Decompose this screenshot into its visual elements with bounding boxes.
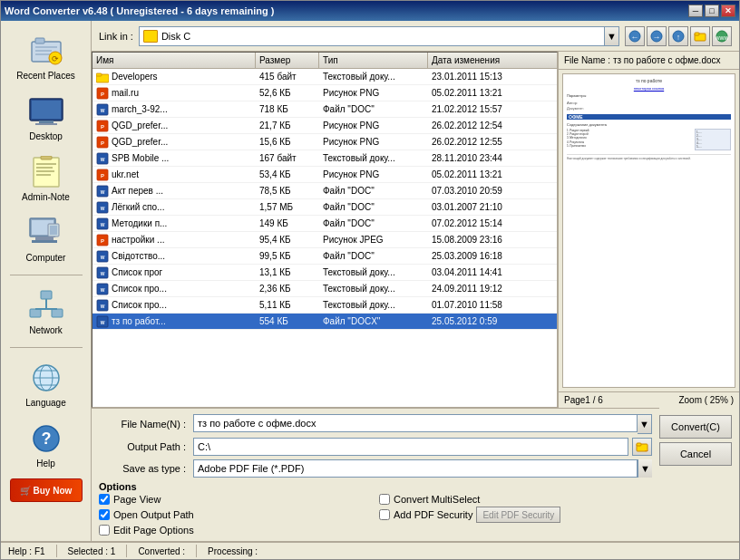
table-row[interactable]: P QGD_prefer... 15,6 КБ Рисунок PNG 26.0… [92, 134, 557, 150]
file-cell-type: Файл "DOC" [319, 216, 428, 231]
sidebar-label-computer: Computer [26, 253, 66, 263]
preview-panel: File Name : тз по работе с офме.docx тз … [558, 52, 739, 408]
file-cell-size: 718 КБ [256, 101, 319, 117]
convert-multiselect-checkbox[interactable] [379, 494, 390, 505]
open-output-path-checkbox[interactable] [99, 509, 110, 520]
sidebar-item-desktop[interactable]: Desktop [10, 89, 83, 146]
col-header-size[interactable]: Размер [256, 53, 319, 68]
file-cell-name: W Список прог [92, 265, 256, 280]
output-path-row: Output Path : ... [99, 438, 652, 456]
buy-now-button[interactable]: 🛒 Buy Now [10, 478, 83, 502]
table-row[interactable]: W Список прог 13,1 КБ Текстовый доку... … [92, 265, 557, 281]
table-row[interactable]: W Свідотство... 99,5 КБ Файл "DOC" 25.03… [92, 248, 557, 265]
file-type-icon: P [96, 169, 109, 181]
minimize-button[interactable]: ─ [688, 5, 703, 17]
sidebar-label-desktop: Desktop [29, 131, 63, 141]
file-cell-size: 2,36 КБ [256, 281, 319, 296]
table-row[interactable]: W march_3-92... 718 КБ Файл "DOC" 21.02.… [92, 101, 557, 118]
page-info: Page1 / 6 [564, 395, 603, 405]
svg-text:W: W [101, 271, 105, 276]
preview-image: тз по работе некоторая ссылка Параметры … [562, 73, 735, 388]
save-as-combo[interactable]: Adobe PDF File (*.PDF) [193, 459, 638, 478]
sidebar-item-language[interactable]: Language [10, 355, 83, 412]
table-row[interactable]: W Акт перев ... 78,5 КБ Файл "DOC" 07.03… [92, 183, 557, 199]
file-cell-name: W Лёгкий спо... [92, 199, 256, 215]
forward-button[interactable]: → [647, 26, 667, 46]
options-grid: Page View Convert MultiSelect Open Outpu… [99, 494, 652, 536]
file-cell-size: 167 байт [256, 150, 319, 166]
file-cell-type: Текстовый доку... [319, 265, 428, 280]
file-cell-date: 25.05.2012 0:59 [428, 314, 555, 329]
sidebar-label-admin-note: Admin-Note [22, 192, 70, 202]
table-row[interactable]: W SPB Mobile ... 167 байт Текстовый доку… [92, 150, 557, 167]
col-header-name[interactable]: Имя [92, 53, 256, 68]
top-bar: Link in : Disk C ▼ ← → ↑ [92, 21, 739, 52]
status-processing: Processing : [208, 546, 258, 556]
sidebar-item-computer[interactable]: Computer [10, 210, 83, 267]
file-cell-name: P QGD_prefer... [92, 134, 256, 150]
sidebar-item-help[interactable]: ? Help [10, 416, 83, 473]
open-output-path-label: Open Output Path [113, 509, 194, 520]
table-row[interactable]: W Список про... 2,36 КБ Текстовый доку..… [92, 281, 557, 297]
file-cell-type: Рисунок PNG [319, 118, 428, 133]
language-icon [24, 360, 68, 396]
svg-text:P: P [101, 140, 104, 146]
path-input[interactable]: Disk C [139, 26, 605, 46]
output-path-input[interactable] [193, 438, 628, 456]
preview-doc-content: тз по работе некоторая ссылка Параметры … [563, 74, 735, 387]
svg-rect-3 [35, 50, 52, 52]
status-selected: Selected : 1 [68, 546, 116, 556]
edit-page-options-checkbox[interactable] [99, 525, 110, 536]
save-as-dropdown[interactable]: ▼ [638, 459, 652, 478]
file-cell-type: Рисунок PNG [319, 167, 428, 182]
table-row[interactable]: Developers 415 байт Текстовый доку... 23… [92, 69, 557, 85]
preview-footer: Page1 / 6 Zoom ( 25% ) [559, 391, 739, 408]
recent-places-icon: ⟳ [24, 33, 68, 69]
table-row[interactable]: W Методики п... 149 КБ Файл "DOC" 07.02.… [92, 216, 557, 232]
file-cell-type: Текстовый доку... [319, 69, 428, 84]
table-row[interactable]: W Лёгкий спо... 1,57 МБ Файл "DOC" 03.01… [92, 199, 557, 216]
table-row[interactable]: P ukr.net 53,4 КБ Рисунок PNG 05.02.2011… [92, 167, 557, 183]
file-cell-size: 15,6 КБ [256, 134, 319, 150]
table-row[interactable]: P QGD_prefer... 21,7 КБ Рисунок PNG 26.0… [92, 118, 557, 134]
file-list-container: Имя Размер Тип Дата изменения Developers… [92, 52, 558, 408]
web-button[interactable]: www [712, 26, 732, 46]
col-header-date[interactable]: Дата изменения [428, 53, 555, 68]
table-row[interactable]: W тз по работ... 554 КБ Файл "DOCX" 25.0… [92, 314, 557, 330]
close-button[interactable]: ✕ [721, 5, 735, 17]
file-type-icon: W [96, 185, 109, 198]
add-pdf-security-checkbox[interactable] [379, 509, 390, 520]
col-header-type[interactable]: Тип [319, 53, 428, 68]
file-type-icon: W [96, 266, 109, 279]
page-view-checkbox[interactable] [99, 494, 110, 505]
browse-output-button[interactable]: ... [632, 438, 652, 456]
new-folder-button[interactable] [690, 26, 710, 46]
sidebar-item-recent-places[interactable]: ⟳ Recent Places [10, 28, 83, 85]
svg-text:←: ← [631, 33, 639, 42]
file-name-input[interactable] [193, 414, 638, 432]
table-row[interactable]: W Список про... 5,11 КБ Текстовый доку..… [92, 297, 557, 314]
edit-pdf-security-button[interactable]: Edit PDF Security [476, 507, 560, 523]
admin-note-icon [24, 154, 68, 190]
convert-button[interactable]: Convert(C) [659, 415, 732, 439]
table-row[interactable]: P mail.ru 52,6 КБ Рисунок PNG 05.02.2011… [92, 85, 557, 101]
sidebar-item-network[interactable]: Network [10, 283, 83, 340]
restore-button[interactable]: □ [705, 5, 719, 17]
convert-multiselect-row: Convert MultiSelect [379, 494, 652, 505]
file-type-icon: W [96, 283, 109, 295]
sidebar-divider [10, 275, 83, 275]
up-button[interactable]: ↑ [668, 26, 688, 46]
table-row[interactable]: P настройки ... 95,4 КБ Рисунок JPEG 15.… [92, 232, 557, 248]
file-cell-date: 23.01.2011 15:13 [428, 69, 555, 84]
file-type-icon: P [96, 136, 109, 149]
options-label: Options [99, 481, 652, 492]
sidebar-item-admin-note[interactable]: Admin-Note [10, 150, 83, 207]
status-bar: Help : F1 Selected : 1 Converted : Proce… [1, 541, 739, 559]
back-button[interactable]: ← [625, 26, 645, 46]
options-section: Options Page View Convert MultiSelect [99, 481, 652, 536]
output-path-label: Output Path : [99, 441, 190, 452]
path-dropdown-button[interactable]: ▼ [605, 26, 619, 46]
file-name-dropdown[interactable]: ▼ [638, 414, 652, 434]
cancel-button[interactable]: Cancel [659, 442, 732, 466]
svg-text:www: www [716, 34, 728, 41]
